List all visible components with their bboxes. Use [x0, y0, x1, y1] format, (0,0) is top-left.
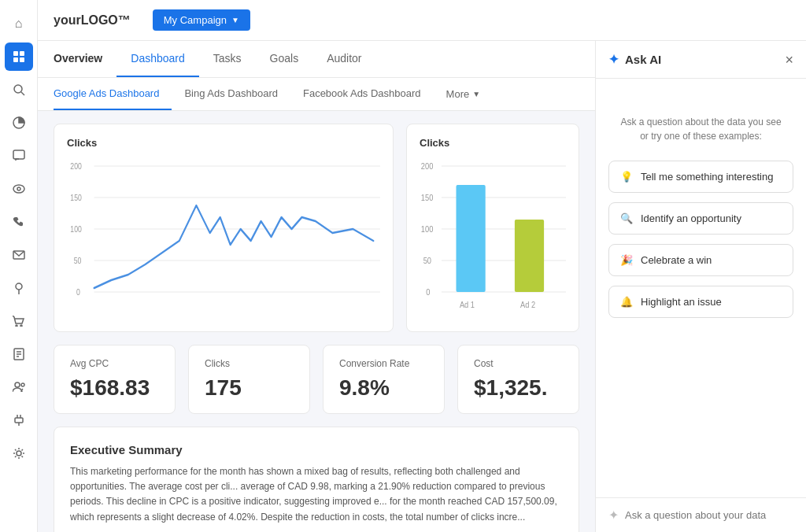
tab-overview[interactable]: Overview: [54, 41, 116, 77]
campaign-button[interactable]: My Campaign: [153, 9, 250, 31]
metric-avg-cpc: Avg CPC $168.83: [54, 345, 176, 414]
svg-rect-2: [13, 57, 18, 62]
svg-point-4: [14, 85, 22, 93]
ai-action-opportunity[interactable]: 🔍 Identify an opportunity: [608, 202, 793, 235]
svg-rect-1: [20, 51, 24, 56]
line-chart-title: Clicks: [67, 137, 380, 149]
nav-home[interactable]: ⌂: [5, 9, 33, 38]
ai-panel-header: ✦ Ask AI ×: [596, 41, 806, 79]
line-chart-svg: 200 150 100 50 0: [67, 158, 380, 316]
svg-point-9: [17, 187, 20, 190]
svg-text:0: 0: [426, 288, 430, 297]
svg-text:50: 50: [423, 257, 431, 265]
tab-tasks[interactable]: Tasks: [199, 41, 256, 77]
ai-action-opportunity-label: Identify an opportunity: [641, 212, 741, 224]
svg-point-13: [16, 325, 17, 327]
bulb-icon: 💡: [620, 171, 633, 183]
ai-action-interesting[interactable]: 💡 Tell me something interesting: [608, 161, 793, 193]
ai-input-spark-icon: ✦: [608, 508, 619, 523]
bar-chart-svg: 200 150 100 50 0 Ad 1 Ad 2: [420, 158, 566, 316]
svg-rect-47: [515, 220, 544, 292]
nav-eye[interactable]: [5, 175, 33, 203]
nav-chart[interactable]: [5, 109, 33, 137]
ai-action-highlight[interactable]: 🔔 Highlight an issue: [608, 286, 793, 318]
svg-line-5: [21, 92, 24, 95]
metric-cost-label: Cost: [474, 358, 563, 369]
svg-text:100: 100: [421, 225, 433, 234]
ai-question-input[interactable]: [625, 509, 793, 521]
ai-action-highlight-label: Highlight an issue: [641, 296, 722, 308]
nav-doc[interactable]: [5, 340, 33, 368]
ai-input-area: ✦: [596, 497, 806, 532]
metrics-row: Avg CPC $168.83 Clicks 175 Conversion Ra…: [38, 345, 595, 427]
nav-mail[interactable]: [5, 241, 33, 269]
metric-cost: Cost $1,325.: [457, 345, 579, 414]
metric-conversion-label: Conversion Rate: [339, 358, 428, 369]
svg-point-11: [16, 283, 22, 290]
nav-phone[interactable]: [5, 208, 33, 236]
celebrate-icon: 🎉: [620, 254, 633, 266]
svg-text:150: 150: [421, 194, 433, 202]
svg-text:0: 0: [76, 288, 80, 297]
ai-panel-close[interactable]: ×: [785, 53, 793, 67]
top-bar: yourLOGO™ My Campaign: [38, 0, 806, 41]
svg-point-25: [17, 451, 21, 456]
search-icon: 🔍: [620, 212, 633, 224]
metric-conversion-value: 9.8%: [339, 375, 428, 401]
nav-grid[interactable]: [5, 42, 33, 71]
ai-panel-body: Ask a question about the data you see or…: [596, 79, 806, 497]
nav-plug[interactable]: [5, 406, 33, 434]
svg-text:200: 200: [421, 162, 433, 171]
nav-search[interactable]: [5, 76, 33, 104]
svg-rect-46: [457, 185, 486, 292]
nav-cart[interactable]: [5, 307, 33, 335]
svg-rect-3: [20, 57, 24, 62]
bell-icon: 🔔: [620, 296, 633, 308]
tab-bing-ads[interactable]: Bing Ads Dashboard: [172, 78, 290, 110]
ai-action-celebrate-label: Celebrate a win: [641, 254, 712, 266]
exec-summary-title: Executive Summary: [70, 443, 563, 456]
svg-text:200: 200: [70, 162, 81, 171]
tab-facebook-ads[interactable]: Facebook Ads Dashboard: [290, 78, 434, 110]
nav-chat[interactable]: [5, 142, 33, 170]
left-navigation: ⌂: [0, 0, 38, 532]
tab-goals[interactable]: Goals: [256, 41, 313, 77]
tab-more[interactable]: More: [434, 79, 494, 109]
metric-conversion-rate: Conversion Rate 9.8%: [323, 345, 445, 414]
line-chart-card: Clicks 200 150 100 50 0: [54, 124, 394, 332]
ai-action-interesting-label: Tell me something interesting: [641, 171, 773, 183]
ai-panel: ✦ Ask AI × Ask a question about the data…: [595, 41, 806, 532]
svg-point-14: [20, 325, 22, 327]
svg-text:50: 50: [74, 257, 82, 265]
metric-clicks-label: Clicks: [205, 358, 294, 369]
metric-clicks-value: 175: [205, 375, 294, 401]
nav-users[interactable]: [5, 373, 33, 401]
tab-dashboard[interactable]: Dashboard: [116, 41, 199, 77]
exec-summary-text: This marketing performance for the month…: [70, 464, 563, 525]
ai-action-celebrate[interactable]: 🎉 Celebrate a win: [608, 244, 793, 276]
tab-google-ads[interactable]: Google Ads Dashboard: [54, 78, 172, 110]
ai-panel-title: ✦ Ask AI: [608, 52, 661, 67]
nav-pin[interactable]: [5, 274, 33, 302]
metric-avg-cpc-value: $168.83: [70, 375, 159, 401]
metric-cost-value: $1,325.: [474, 375, 563, 401]
sub-tabs: Google Ads Dashboard Bing Ads Dashboard …: [38, 78, 595, 111]
svg-text:150: 150: [70, 194, 81, 202]
content-area: Overview Dashboard Tasks Goals Auditor G…: [38, 41, 806, 532]
metric-clicks: Clicks 175: [188, 345, 310, 414]
svg-rect-7: [13, 150, 24, 159]
charts-section: Clicks 200 150 100 50 0: [38, 111, 595, 345]
svg-point-20: [21, 383, 24, 386]
ai-spark-icon: ✦: [608, 52, 619, 67]
nav-settings[interactable]: [5, 439, 33, 467]
bar-chart-card: Clicks 200 150 100 50 0: [406, 124, 579, 332]
svg-text:100: 100: [70, 225, 81, 234]
main-area: yourLOGO™ My Campaign Overview Dashboard…: [38, 0, 806, 532]
svg-point-8: [13, 185, 24, 193]
metric-avg-cpc-label: Avg CPC: [70, 358, 159, 369]
dashboard-area: Overview Dashboard Tasks Goals Auditor G…: [38, 41, 595, 532]
bar-chart-title: Clicks: [420, 137, 566, 149]
svg-text:Ad 2: Ad 2: [520, 301, 535, 309]
executive-summary: Executive Summary This marketing perform…: [54, 427, 579, 532]
tab-auditor[interactable]: Auditor: [312, 41, 375, 77]
